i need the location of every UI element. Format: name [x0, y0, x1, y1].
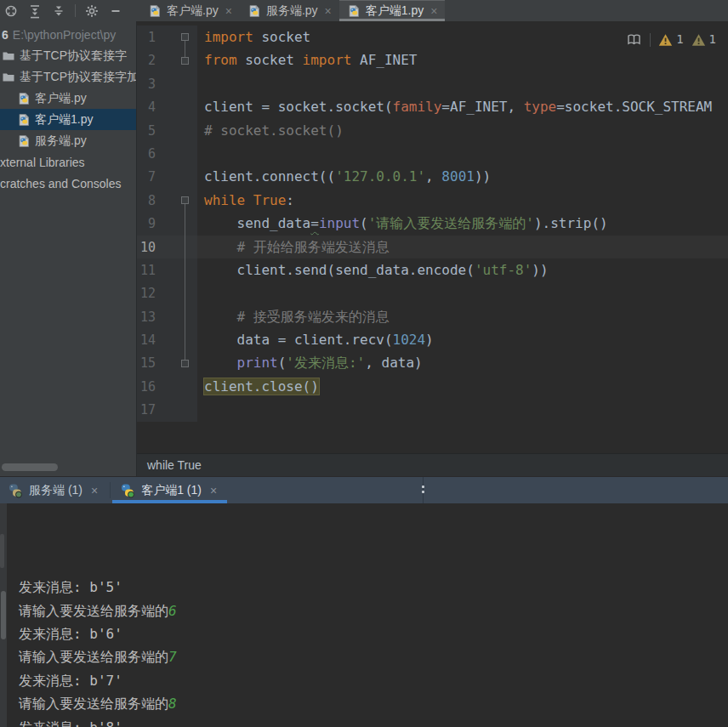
code-line[interactable]: 4client = socket.socket(family=AF_INET, …: [137, 95, 728, 118]
code-line[interactable]: 15 print('发来消息:', data): [137, 351, 728, 374]
locate-icon[interactable]: [2, 2, 20, 20]
code-token: client.connect((: [204, 168, 335, 185]
code-text[interactable]: # 接受服务端发来的消息: [197, 305, 728, 328]
expand-all-icon[interactable]: [26, 2, 44, 20]
code-line[interactable]: 6: [137, 142, 728, 165]
code-line[interactable]: 9 send_data=input('请输入要发送给服务端的').strip(): [137, 212, 728, 235]
code-line[interactable]: 14 data = client.recv(1024): [137, 328, 728, 351]
horizontal-scrollbar-thumb[interactable]: [2, 463, 58, 471]
python-file-icon: [148, 4, 162, 18]
main-area: 6E:\pythonProject\py基于TCP协议套接字基于TCP协议套接字…: [0, 21, 728, 476]
code-line[interactable]: 13 # 接受服务端发来的消息: [137, 305, 728, 328]
code-text[interactable]: # 开始给服务端发送消息: [197, 236, 728, 258]
editor-gutter-cell[interactable]: 2: [137, 48, 197, 71]
editor-tab[interactable]: 客户端.py×: [140, 0, 240, 21]
editor-gutter-cell[interactable]: 4: [137, 95, 197, 118]
code-text[interactable]: from socket import AF_INET: [197, 48, 728, 71]
code-text[interactable]: client = socket.socket(family=AF_INET, t…: [197, 95, 728, 118]
code-line[interactable]: 2from socket import AF_INET: [137, 48, 728, 71]
code-text[interactable]: client.connect(('127.0.0.1', 8001)): [197, 165, 728, 188]
collapse-all-icon[interactable]: [49, 2, 68, 20]
editor-gutter-cell[interactable]: 3: [137, 72, 197, 95]
editor-gutter-cell[interactable]: 17: [137, 398, 197, 421]
code-token: =socket.SOCK_STREAM: [556, 99, 712, 115]
code-line[interactable]: 3: [137, 72, 728, 95]
console-output-text: 请输入要发送给服务端的: [19, 603, 168, 619]
run-tab[interactable]: 客户端1 (1)×: [112, 477, 227, 503]
editor-tab[interactable]: 客户端1.py×: [339, 0, 446, 21]
code-editor[interactable]: 1import socket2from socket import AF_INE…: [137, 21, 728, 453]
tree-item[interactable]: xternal Libraries: [0, 151, 136, 173]
editor-gutter-cell[interactable]: 9: [137, 212, 197, 235]
editor-tab-label: 客户端1.py: [366, 3, 424, 19]
tab-close-icon[interactable]: ×: [91, 484, 98, 497]
editor-tab[interactable]: 服务端.py×: [240, 0, 339, 21]
run-console[interactable]: 发来消息: b'5'请输入要发送给服务端的6发来消息: b'6'请输入要发送给服…: [0, 503, 728, 727]
editor-gutter-cell[interactable]: 14: [137, 328, 197, 351]
hide-panel-icon[interactable]: [106, 2, 125, 20]
editor-gutter-cell[interactable]: 11: [137, 258, 197, 281]
reader-mode-book-icon[interactable]: [626, 32, 642, 47]
line-number: 10: [137, 236, 156, 259]
tab-close-icon[interactable]: ×: [210, 484, 217, 497]
code-token: [204, 239, 237, 255]
tab-close-icon[interactable]: ×: [325, 4, 332, 18]
line-number: 16: [137, 376, 156, 399]
editor-gutter-cell[interactable]: 5: [137, 119, 197, 142]
code-line[interactable]: 10 # 开始给服务端发送消息: [137, 236, 728, 258]
pycharm-window: 客户端.py×服务端.py×客户端1.py× 6E:\pythonProject…: [0, 0, 728, 727]
editor-gutter-cell[interactable]: 13: [137, 305, 197, 328]
warning-badge-2[interactable]: 1: [691, 28, 716, 51]
code-text[interactable]: [197, 142, 728, 165]
settings-gear-icon[interactable]: [82, 2, 101, 20]
run-tab-label: 服务端 (1): [29, 483, 82, 498]
tree-item[interactable]: 基于TCP协议套接字: [0, 45, 136, 66]
code-line[interactable]: 12: [137, 281, 728, 304]
tree-item[interactable]: 基于TCP协议套接字加: [0, 66, 136, 88]
editor-gutter-cell[interactable]: 6: [137, 142, 197, 165]
weak-warning-triangle-icon: [691, 33, 706, 47]
warning-badge-1[interactable]: 1: [658, 28, 683, 51]
tab-close-icon[interactable]: ×: [225, 4, 232, 18]
editor-gutter-cell[interactable]: 16: [137, 375, 197, 398]
code-text[interactable]: [197, 281, 728, 304]
tab-close-icon[interactable]: ×: [430, 4, 437, 18]
code-line[interactable]: 11 client.send(send_data.encode('utf-8')…: [137, 258, 728, 281]
python-file-icon: [17, 92, 31, 105]
editor-gutter-cell[interactable]: 15: [137, 351, 197, 374]
code-line[interactable]: 8while True:: [137, 189, 728, 212]
code-line[interactable]: 17: [137, 398, 728, 421]
code-text[interactable]: data = client.recv(1024): [197, 328, 728, 351]
tree-item[interactable]: cratches and Consoles: [0, 173, 136, 194]
editor-gutter-cell[interactable]: 1: [137, 26, 197, 48]
code-text[interactable]: send_data=input('请输入要发送给服务端的').strip(): [197, 212, 728, 235]
code-text[interactable]: [197, 72, 728, 95]
code-token: import: [303, 52, 352, 68]
python-run-icon: [8, 483, 23, 498]
console-left-strip: [0, 503, 7, 727]
inspections-widget[interactable]: 1 1: [626, 28, 716, 51]
console-scrollbar-nub[interactable]: [0, 534, 4, 568]
editor-gutter-cell[interactable]: 8: [137, 189, 197, 212]
splitter-handle-icon[interactable]: [423, 477, 424, 503]
code-text[interactable]: print('发来消息:', data): [197, 351, 728, 374]
editor-gutter-cell[interactable]: 10: [137, 236, 197, 258]
tree-item[interactable]: 客户端.py: [0, 88, 136, 109]
tree-item[interactable]: 6E:\pythonProject\py: [0, 24, 136, 45]
tree-item[interactable]: 服务端.py: [0, 130, 136, 151]
code-text[interactable]: [197, 398, 728, 421]
vertical-scrollbar-thumb[interactable]: [1, 591, 6, 639]
code-text[interactable]: client.close(): [197, 375, 728, 398]
editor-gutter-cell[interactable]: 7: [137, 165, 197, 188]
code-line[interactable]: 5# socket.socket(): [137, 119, 728, 142]
tree-item[interactable]: 客户端1.py: [0, 109, 136, 130]
run-tab[interactable]: 服务端 (1)×: [0, 477, 108, 503]
code-text[interactable]: # socket.socket(): [197, 119, 728, 142]
code-line[interactable]: 7client.connect(('127.0.0.1', 8001)): [137, 165, 728, 188]
code-text[interactable]: while True:: [197, 189, 728, 212]
editor-gutter-cell[interactable]: 12: [137, 281, 197, 304]
code-line[interactable]: 16client.close(): [137, 375, 728, 398]
code-text[interactable]: client.send(send_data.encode('utf-8')): [197, 258, 728, 281]
weak-warning-count: 1: [709, 28, 716, 51]
breadcrumb-scope[interactable]: while True: [147, 458, 202, 472]
